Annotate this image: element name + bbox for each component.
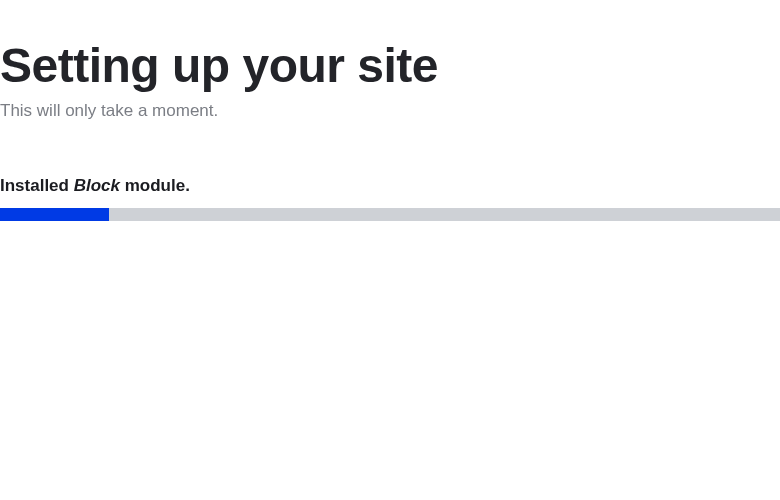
module-name: Block [74,176,120,195]
install-status-text: Installed Block module. [0,176,780,196]
page-title: Setting up your site [0,38,780,93]
status-prefix: Installed [0,176,74,195]
status-suffix: module. [120,176,190,195]
progress-bar-fill [0,208,109,221]
page-subtitle: This will only take a moment. [0,101,780,121]
progress-bar [0,208,780,221]
